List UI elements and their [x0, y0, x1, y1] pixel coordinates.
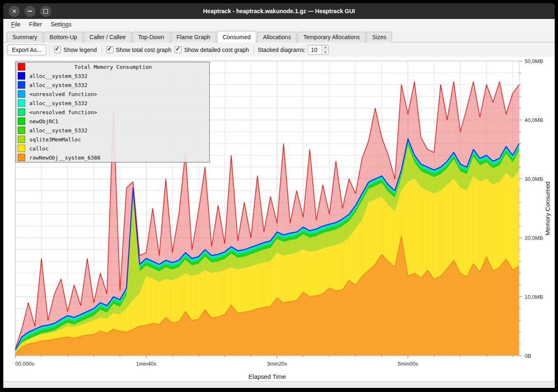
heaptrack-window: ✕ Heaptrack - heaptrack.wakunode.1.gz — … [3, 3, 555, 388]
svg-text:5min00s: 5min00s [398, 361, 418, 367]
legend-row: alloc__system_5332 [16, 126, 209, 135]
legend-row: alloc__system_5332 [16, 99, 209, 108]
menu-settings[interactable]: Settings [47, 20, 76, 28]
legend-label: <unresolved function> [29, 109, 97, 115]
svg-text:1min40s: 1min40s [136, 361, 157, 367]
legend-label: alloc__system_5332 [29, 73, 87, 79]
tab-caller-callee[interactable]: Caller / Callee [84, 32, 132, 42]
svg-text:20,0MB: 20,0MB [525, 235, 543, 241]
svg-text:30,0MB: 30,0MB [525, 176, 543, 182]
svg-text:00.000s: 00.000s [15, 361, 35, 367]
legend-swatch [18, 63, 25, 70]
svg-text:50,0MB: 50,0MB [525, 58, 543, 64]
legend-swatch [18, 145, 25, 152]
stacked-diagrams-stepper[interactable]: 10 ▲ ▼ [308, 45, 329, 55]
legend-swatch [18, 154, 25, 161]
svg-text:0B: 0B [525, 353, 531, 359]
legend-label: rawNewObj__system_6388 [29, 155, 100, 161]
stepper-up-icon[interactable]: ▲ [322, 45, 329, 50]
status-bar [3, 381, 555, 388]
legend-row: rawNewObj__system_6388 [16, 153, 209, 162]
tab-temporary-allocations[interactable]: Temporary Allocations [298, 32, 366, 42]
tab-consumed[interactable]: Consumed [217, 31, 257, 42]
export-as-button[interactable]: Export As... [7, 45, 46, 55]
legend-row: newObjRC1 [16, 117, 209, 126]
stacked-diagrams-value[interactable]: 10 [308, 45, 322, 54]
tab-summary[interactable]: Summary [7, 32, 43, 42]
toolbar-separator [253, 46, 254, 54]
toolbar: Export As... ✓ Show legend ✓ Show total … [3, 42, 555, 57]
checkbox-checked-icon: ✓ [54, 46, 61, 53]
toolbar-separator [49, 46, 50, 54]
legend-swatch [18, 108, 25, 116]
menu-filter[interactable]: Filter [26, 20, 46, 28]
consumed-chart-area: Total Memory Consumptionalloc__system_53… [3, 57, 555, 381]
legend-label: alloc__system_5332 [29, 82, 87, 88]
legend-swatch [18, 72, 25, 80]
legend-label: calloc [29, 146, 49, 152]
tab-bottom-up[interactable]: Bottom-Up [44, 32, 83, 42]
legend-swatch [18, 127, 25, 134]
legend-row: calloc [16, 144, 209, 153]
legend-row: <unresolved function> [16, 108, 209, 117]
show-legend-label: Show legend [64, 47, 97, 53]
legend-row: alloc__system_5332 [16, 71, 209, 80]
chart-legend: Total Memory Consumptionalloc__system_53… [16, 62, 210, 162]
title-bar: ✕ Heaptrack - heaptrack.wakunode.1.gz — … [3, 3, 555, 19]
show-detailed-cost-checkbox[interactable]: ✓ Show detailed cost graph [173, 46, 251, 53]
legend-label: alloc__system_5332 [29, 127, 87, 134]
legend-row: <unresolved function> [16, 89, 209, 99]
legend-label: <unresolved function> [29, 91, 97, 97]
legend-row-total: Total Memory Consumption [16, 62, 209, 71]
tab-bar: Summary Bottom-Up Caller / Callee Top-Do… [3, 30, 555, 42]
show-detailed-cost-label: Show detailed cost graph [184, 47, 249, 53]
legend-swatch [18, 117, 25, 125]
menu-file[interactable]: File [7, 20, 24, 28]
legend-row: alloc__system_5332 [16, 80, 209, 89]
tab-sizes[interactable]: Sizes [366, 32, 392, 42]
legend-swatch [18, 136, 25, 143]
legend-row: sqlite3MemMalloc [16, 135, 209, 144]
legend-label: newObjRC1 [29, 118, 58, 124]
legend-label: alloc__system_5332 [29, 100, 87, 106]
legend-swatch [18, 99, 25, 107]
legend-swatch [18, 81, 25, 89]
show-total-cost-label: Show total cost graph [116, 47, 172, 53]
x-axis-label: Elapsed Time [248, 373, 286, 380]
checkbox-checked-icon: ✓ [106, 46, 113, 53]
checkbox-checked-icon: ✓ [175, 46, 182, 53]
svg-text:40,0MB: 40,0MB [525, 117, 543, 123]
y-axis-label: Memory Consumed [544, 181, 551, 235]
stepper-arrows: ▲ ▼ [322, 45, 329, 54]
svg-text:3min20s: 3min20s [267, 361, 288, 367]
window-title: Heaptrack - heaptrack.wakunode.1.gz — He… [3, 8, 555, 14]
tab-top-down[interactable]: Top-Down [132, 32, 170, 42]
legend-label: sqlite3MemMalloc [29, 136, 81, 143]
svg-text:10,0MB: 10,0MB [525, 294, 543, 300]
show-legend-checkbox[interactable]: ✓ Show legend [52, 46, 99, 53]
toolbar-separator [102, 46, 102, 54]
menu-bar: File Filter Settings [3, 19, 555, 30]
stacked-diagrams-label: Stacked diagrams: [258, 47, 305, 53]
legend-swatch [18, 90, 25, 98]
stepper-down-icon[interactable]: ▼ [322, 50, 329, 54]
tab-allocations[interactable]: Allocations [257, 32, 297, 42]
tab-flame-graph[interactable]: Flame Graph [171, 32, 216, 42]
legend-title: Total Memory Consumption [29, 64, 197, 70]
show-total-cost-checkbox[interactable]: ✓ Show total cost graph [105, 46, 173, 53]
